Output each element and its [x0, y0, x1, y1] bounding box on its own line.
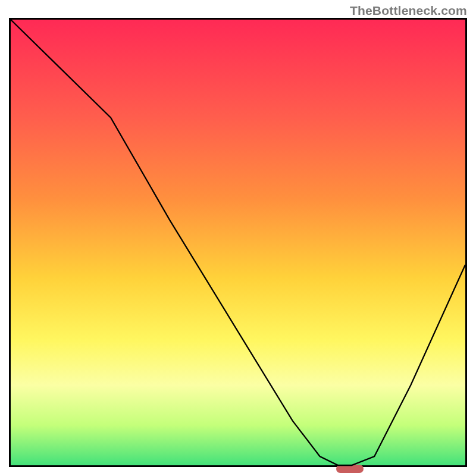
curve-path	[11, 20, 465, 465]
watermark-text: TheBottleneck.com	[350, 4, 467, 18]
plot-area	[9, 18, 467, 467]
line-curve	[11, 20, 465, 465]
chart-container: TheBottleneck.com	[0, 0, 476, 476]
